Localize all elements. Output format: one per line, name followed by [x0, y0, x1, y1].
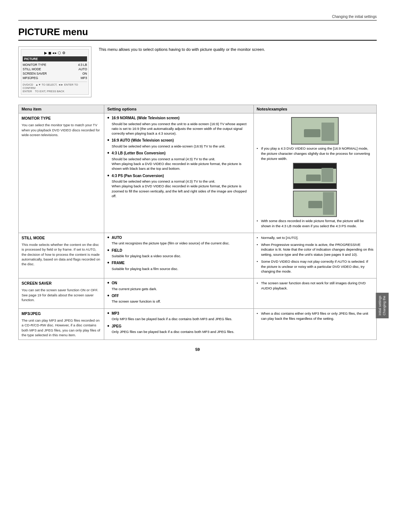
- menu-item-screen-saver: SCREEN SAVER You can set the screen save…: [19, 278, 104, 309]
- bullet-icon: •: [107, 235, 110, 240]
- bullet-icon: •: [107, 293, 110, 299]
- page-title: PICTURE menu: [18, 26, 377, 41]
- bullet-icon: •: [257, 281, 260, 286]
- bullet-icon: •: [257, 218, 260, 224]
- still-setting-text-2: Suitable for playing back a video source…: [112, 254, 181, 258]
- screen-saver-desc: You can set the screen saver function ON…: [22, 288, 101, 302]
- menu-row-1: MONITOR TYPE4:3 LB: [23, 63, 87, 67]
- setting-options-still-mode: • AUTO The unit recognizes the picture t…: [104, 233, 253, 278]
- menu-row-2: STILL MODEAUTO: [23, 67, 87, 71]
- bullet-icon: •: [107, 150, 110, 156]
- setting-options-mp3-jpeg: • MP3 Only MP3 files can be played back …: [104, 308, 253, 340]
- setting-text-4: Should be selected when you connect a no…: [112, 179, 250, 198]
- still-mode-title: STILL MODE: [22, 235, 101, 241]
- mp3-setting-text-2: Only JPEG files can be played back if a …: [112, 329, 234, 334]
- screen-saver-setting-1: ON: [112, 281, 157, 286]
- mp3-setting-text-1: Only MP3 files can be played back if a d…: [112, 316, 232, 321]
- tv-image-lb-container: [257, 163, 373, 189]
- bullet-icon: •: [107, 260, 110, 266]
- tv-image-wide-container: [257, 117, 373, 145]
- setting-text-1: Should be selected when you connect the …: [112, 121, 250, 136]
- setting-text-3: Should be selected when you connect a no…: [112, 157, 250, 171]
- main-table: Menu item Setting options Notes/examples…: [18, 105, 377, 340]
- bullet-icon: •: [257, 235, 260, 240]
- still-setting-2: FIELD: [112, 248, 181, 254]
- notes-mp3-jpeg: • When a disc contains either only MP3 f…: [253, 308, 376, 340]
- monitor-type-desc: You can select the monitor type to match…: [22, 123, 101, 137]
- monitor-type-title: MONITOR TYPE: [22, 116, 101, 121]
- bullet-icon: •: [257, 242, 260, 247]
- notes-bullet-1: • If you play a 4:3 DVD VIDEO source usi…: [257, 146, 373, 161]
- bullet-icon: •: [257, 146, 260, 151]
- menu-nav: DVD/CD ▲▼ TO SELECT, ◄► ENTER TO CONFIRM…: [23, 82, 87, 93]
- still-note-2: • When Progressive scanning mode is acti…: [257, 242, 373, 257]
- menu-item-still-mode: STILL MODE This mode selects whether the…: [19, 233, 104, 278]
- menu-row-4: MP3/JPEGMP3: [23, 76, 87, 80]
- bullet-icon: •: [257, 259, 260, 264]
- bullet-icon: •: [107, 323, 110, 329]
- bullet-icon: •: [107, 247, 110, 253]
- setting-title-4: 4:3 PS (Pan Scan Conversion): [112, 173, 250, 179]
- top-header: Changing the initial settings: [18, 15, 377, 20]
- still-setting-3: FRAME: [112, 261, 178, 266]
- bullet-icon: •: [107, 173, 110, 179]
- setting-options-screen-saver: • ON The current picture gets dark. • OF…: [104, 278, 253, 309]
- bullet-icon: •: [257, 311, 260, 316]
- tv-image-wide: [291, 117, 339, 145]
- still-setting-text-1: The unit recognizes the picture type (fi…: [112, 241, 230, 246]
- table-row: MONITOR TYPE You can select the monitor …: [19, 113, 377, 233]
- bullet-icon: •: [107, 115, 110, 121]
- menu-icons: ▶ ◼ ◂ ▸ ⬡ ⚙: [23, 51, 87, 55]
- still-setting-1: AUTO: [112, 235, 230, 241]
- notes-bullet-2: • With some discs recorded in wide pictu…: [257, 218, 373, 229]
- menu-item-mp3-jpeg: MP3/JPEG The unit can play MP3 and JPEG …: [19, 308, 104, 340]
- bullet-icon: •: [107, 280, 110, 286]
- screen-saver-note-1: • The screen saver function does not wor…: [257, 281, 373, 291]
- notes-still-mode: • Normally, set to [AUTO]. • When Progre…: [253, 233, 376, 278]
- mp3-jpeg-title: MP3/JPEG: [22, 311, 101, 316]
- header-menu-item: Menu item: [19, 105, 104, 113]
- still-setting-text-3: Suitable for playing back a film source …: [112, 266, 178, 271]
- table-row: MP3/JPEG The unit can play MP3 and JPEG …: [19, 308, 377, 340]
- bullet-icon: •: [107, 310, 110, 316]
- setting-title-3: 4:3 LB (Letter Box Conversion): [112, 151, 250, 156]
- table-row: SCREEN SAVER You can set the screen save…: [19, 278, 377, 309]
- header-setting-options: Setting options: [104, 105, 253, 113]
- tv-image-ps: [293, 191, 337, 217]
- intro-section: ▶ ◼ ◂ ▸ ⬡ ⚙ PICTURE MONITOR TYPE4:3 LB S…: [18, 46, 377, 97]
- mp3-note-1: • When a disc contains either only MP3 f…: [257, 311, 373, 321]
- intro-description: This menu allows you to select options h…: [99, 46, 265, 53]
- setting-options-monitor-type: • 16:9 NORMAL (Wide Television screen) S…: [104, 113, 253, 233]
- menu-item-monitor-type: MONITOR TYPE You can select the monitor …: [19, 113, 104, 233]
- screen-saver-setting-2: OFF: [112, 293, 161, 299]
- menu-image-header: PICTURE: [23, 56, 87, 61]
- screen-saver-title: SCREEN SAVER: [22, 281, 101, 286]
- setting-title-2: 16:9 AUTO (Wide Television screen): [112, 138, 225, 143]
- setting-text-2: Should be selected when you connect a wi…: [112, 144, 225, 149]
- menu-image: ▶ ◼ ◂ ▸ ⬡ ⚙ PICTURE MONITOR TYPE4:3 LB S…: [18, 46, 91, 97]
- still-note-1: • Normally, set to [AUTO].: [257, 235, 373, 240]
- note-text-2: With some discs recorded in wide picture…: [261, 218, 373, 229]
- page-number: 59: [18, 347, 377, 352]
- tv-image-lb: [293, 163, 337, 189]
- screen-saver-setting-text-2: The screen saver function is off.: [112, 299, 161, 304]
- table-row: STILL MODE This mode selects whether the…: [19, 233, 377, 278]
- header-notes-examples: Notes/examples: [253, 105, 376, 113]
- note-text-1: If you play a 4:3 DVD VIDEO source using…: [261, 146, 373, 161]
- notes-screen-saver: • The screen saver function does not wor…: [253, 278, 376, 309]
- bullet-icon: •: [107, 137, 110, 143]
- side-tab: Changing the initial settings: [376, 293, 388, 318]
- tv-image-ps-container: [257, 191, 373, 217]
- screen-saver-setting-text-1: The current picture gets dark.: [112, 286, 157, 291]
- still-note-3: • Some DVD VIDEO discs may not play corr…: [257, 259, 373, 274]
- notes-monitor-type: • If you play a 4:3 DVD VIDEO source usi…: [253, 113, 376, 233]
- mp3-setting-2: JPEG: [112, 324, 234, 329]
- still-mode-desc: This mode selects whether the content on…: [22, 242, 101, 266]
- setting-title-1: 16:9 NORMAL (Wide Television screen): [112, 116, 250, 121]
- menu-row-3: SCREEN SAVERON: [23, 71, 87, 76]
- mp3-jpeg-desc: The unit can play MP3 and JPEG files rec…: [22, 318, 101, 337]
- mp3-setting-1: MP3: [112, 311, 232, 316]
